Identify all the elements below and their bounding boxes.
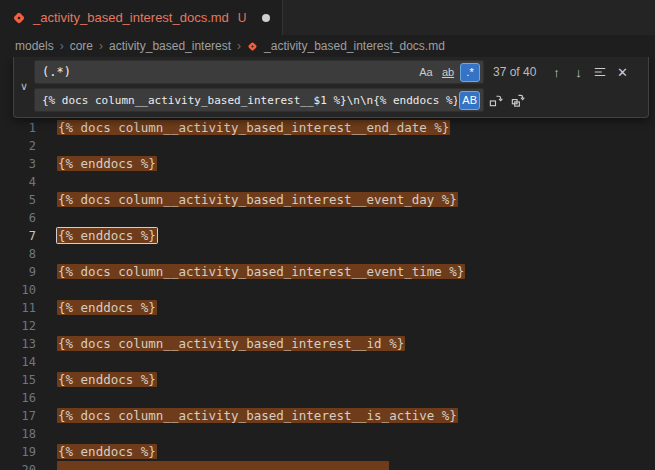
code-line[interactable]: 2 (0, 137, 655, 155)
next-match-button[interactable]: ↓ (567, 61, 589, 83)
tab-filename: _activity_based_interest_docs.md (33, 10, 229, 25)
breadcrumb-item-activity-based-interest[interactable]: activity_based_interest (109, 39, 231, 53)
line-number[interactable]: 17 (0, 407, 36, 425)
replace-button[interactable] (484, 89, 506, 111)
match-case-button[interactable]: Aa (416, 63, 436, 82)
editor-tab[interactable]: _activity_based_interest_docs.md U (0, 0, 283, 35)
match-count: 37 of 40 (493, 65, 536, 79)
line-number[interactable]: 9 (0, 263, 36, 281)
line-content[interactable] (36, 245, 57, 263)
whole-word-button[interactable]: ab (438, 63, 458, 82)
code-line[interactable]: 6 (0, 209, 655, 227)
code-line[interactable]: 4 (0, 173, 655, 191)
line-content[interactable]: {% docs column__activity_based_interest_… (36, 119, 450, 137)
dbt-file-icon (12, 11, 26, 25)
find-widget-rows: (.*) Aa ab .* 37 of 40 ↑ ↓ (34, 60, 644, 112)
code-line[interactable]: 11{% enddocs %} (0, 299, 655, 317)
line-number[interactable]: 5 (0, 191, 36, 209)
find-input[interactable]: (.*) Aa ab .* (34, 60, 484, 84)
code-line[interactable]: 12 (0, 317, 655, 335)
code-line[interactable]: 3{% enddocs %} (0, 155, 655, 173)
line-number[interactable]: 2 (0, 137, 36, 155)
code-line[interactable]: 19{% enddocs %} (0, 443, 655, 461)
line-number[interactable]: 19 (0, 443, 36, 461)
line-content[interactable] (36, 353, 57, 371)
previous-match-button[interactable]: ↑ (545, 61, 567, 83)
line-content[interactable] (36, 461, 389, 470)
line-content[interactable]: {% docs column__activity_based_interest_… (36, 191, 458, 209)
line-content[interactable] (36, 389, 57, 407)
breadcrumb-item-core[interactable]: core (70, 39, 93, 53)
line-number[interactable]: 1 (0, 119, 36, 137)
find-match: {% enddocs %} (57, 300, 157, 315)
arrow-down-icon: ↓ (575, 65, 582, 80)
find-row: (.*) Aa ab .* 37 of 40 ↑ ↓ (34, 60, 644, 84)
line-content[interactable]: {% enddocs %} (36, 227, 157, 245)
regex-button[interactable]: .* (460, 63, 480, 82)
line-number[interactable]: 8 (0, 245, 36, 263)
line-content[interactable] (36, 209, 57, 227)
line-number[interactable]: 18 (0, 425, 36, 443)
find-match: {% docs column__activity_based_interest_… (57, 408, 458, 423)
line-number[interactable]: 6 (0, 209, 36, 227)
line-number[interactable]: 20 (0, 461, 36, 470)
find-match: {% docs column__activity_based_interest_… (57, 264, 465, 279)
tab-bar: _activity_based_interest_docs.md U (0, 0, 655, 35)
replace-value: {% docs column__activity_based_interest_… (42, 94, 457, 107)
line-number[interactable]: 15 (0, 371, 36, 389)
line-number[interactable]: 3 (0, 155, 36, 173)
find-match: {% enddocs %} (57, 372, 157, 387)
line-content[interactable] (36, 137, 57, 155)
find-match: {% docs column__activity_based_interest_… (57, 192, 458, 207)
line-content[interactable]: {% docs column__activity_based_interest_… (36, 407, 458, 425)
line-number[interactable]: 10 (0, 281, 36, 299)
line-content[interactable] (36, 281, 57, 299)
code-lines: 1{% docs column__activity_based_interest… (0, 57, 655, 470)
line-content[interactable]: {% enddocs %} (36, 443, 157, 461)
breadcrumb-item-models[interactable]: models (15, 39, 54, 53)
chevron-right-icon: › (60, 39, 64, 53)
toggle-replace-button[interactable]: ∨ (14, 60, 34, 112)
preserve-case-button[interactable]: AB (459, 91, 480, 110)
line-content[interactable]: {% docs column__activity_based_interest_… (36, 263, 465, 281)
find-match: {% docs column__activity_based_interest_… (57, 120, 450, 135)
code-line[interactable]: 20 (0, 461, 655, 470)
line-content[interactable]: {% enddocs %} (36, 299, 157, 317)
line-number[interactable]: 7 (0, 227, 36, 245)
code-line[interactable]: 8 (0, 245, 655, 263)
line-number[interactable]: 11 (0, 299, 36, 317)
line-number[interactable]: 4 (0, 173, 36, 191)
code-line[interactable]: 16 (0, 389, 655, 407)
replace-all-button[interactable] (506, 89, 528, 111)
code-line[interactable]: 1{% docs column__activity_based_interest… (0, 119, 655, 137)
unsaved-changes-dot[interactable] (262, 14, 270, 22)
line-content[interactable]: {% enddocs %} (36, 155, 157, 173)
code-line[interactable]: 17{% docs column__activity_based_interes… (0, 407, 655, 425)
current-find-match: {% enddocs %} (57, 228, 157, 243)
code-line[interactable]: 7{% enddocs %} (0, 227, 655, 245)
close-button[interactable]: ✕ (611, 61, 633, 83)
replace-input[interactable]: {% docs column__activity_based_interest_… (34, 88, 484, 112)
line-number[interactable]: 12 (0, 317, 36, 335)
code-line[interactable]: 5{% docs column__activity_based_interest… (0, 191, 655, 209)
dbt-file-icon (247, 41, 258, 52)
breadcrumb: models › core › activity_based_interest … (0, 35, 655, 57)
code-line[interactable]: 10 (0, 281, 655, 299)
line-content[interactable]: {% docs column__activity_based_interest_… (36, 335, 405, 353)
find-in-selection-button[interactable] (589, 61, 611, 83)
code-line[interactable]: 18 (0, 425, 655, 443)
line-content[interactable] (36, 173, 57, 191)
partial-find-match (57, 461, 389, 470)
line-content[interactable] (36, 425, 57, 443)
code-line[interactable]: 14 (0, 353, 655, 371)
breadcrumb-item-file[interactable]: _activity_based_interest_docs.md (264, 39, 445, 53)
line-content[interactable]: {% enddocs %} (36, 371, 157, 389)
code-line[interactable]: 9{% docs column__activity_based_interest… (0, 263, 655, 281)
arrow-up-icon: ↑ (553, 65, 560, 80)
line-content[interactable] (36, 317, 57, 335)
code-line[interactable]: 13{% docs column__activity_based_interes… (0, 335, 655, 353)
line-number[interactable]: 13 (0, 335, 36, 353)
code-line[interactable]: 15{% enddocs %} (0, 371, 655, 389)
line-number[interactable]: 14 (0, 353, 36, 371)
line-number[interactable]: 16 (0, 389, 36, 407)
